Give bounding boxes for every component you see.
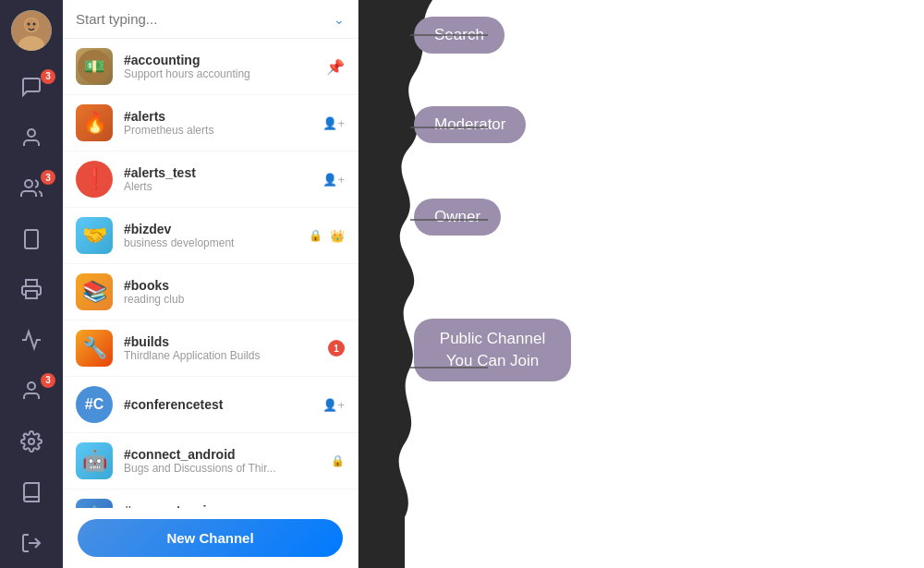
channel-name-connect-api: #connect_api (124, 503, 331, 508)
adduser-icon-alerts: 👤+ (322, 116, 345, 130)
adduser-icon-alerts-test: 👤+ (322, 173, 345, 187)
channel-info-connect-android: #connect_android Bugs and Discussions of… (124, 447, 331, 475)
sidebar-item-book[interactable] (0, 466, 63, 517)
sidebar-item-settings[interactable] (0, 417, 63, 467)
right-area: Search Moderator Owner Public Channel Yo… (359, 0, 924, 568)
channel-desc-builds: Thirdlane Application Builds (124, 349, 281, 362)
channel-item-connect-api[interactable]: 📋 #connect_api Connect API bugs and disc… (63, 489, 358, 508)
channel-info-connect-api: #connect_api Connect API bugs and discu.… (124, 503, 331, 508)
builds-badge: 1 (328, 340, 345, 357)
channel-icon-alerts-test: ❗ (76, 161, 113, 198)
search-bar: ⌄ (63, 0, 358, 39)
channel-desc-bizdev: business development (124, 236, 281, 249)
channel-name-builds: #builds (124, 334, 324, 349)
callout-search: Search (414, 17, 505, 54)
sidebar-item-phone[interactable] (0, 213, 63, 264)
svg-point-4 (28, 23, 30, 26)
channel-name-books: #books (124, 278, 345, 293)
adduser-icon-conf: 👤+ (322, 398, 345, 412)
channel-info-accounting: #accounting Support hours accounting (124, 53, 321, 80)
channel-item-alerts-test[interactable]: ❗ #alerts_test Alerts 👤+ (63, 151, 358, 208)
lock-icon-android: 🔒 (331, 454, 345, 467)
channel-info-alerts-test: #alerts_test Alerts (124, 165, 317, 193)
channel-item-builds[interactable]: 🔧 #builds Thirdlane Application Builds 1 (63, 320, 358, 377)
new-channel-button[interactable]: New Channel (78, 519, 343, 557)
channel-info-conferencetest: #conferencetest (124, 397, 317, 412)
channel-desc-alerts-test: Alerts (124, 180, 281, 193)
channel-item-conferencetest[interactable]: #C #conferencetest 👤+ (63, 377, 358, 433)
channel-icon-alerts: 🔥 (76, 104, 113, 141)
channel-info-alerts: #alerts Prometheus alerts (124, 109, 317, 137)
channel-desc-books: reading club (124, 293, 281, 306)
svg-text:💵: 💵 (84, 56, 105, 77)
channel-name-bizdev: #bizdev (124, 222, 309, 236)
channel-name-accounting: #accounting (124, 53, 321, 67)
svg-point-12 (29, 439, 34, 444)
sidebar-item-contacts[interactable] (0, 112, 63, 163)
dropdown-arrow-icon[interactable]: ⌄ (334, 12, 345, 27)
channel-icon-bizdev: 🤝 (76, 217, 113, 254)
channel-item-connect-android[interactable]: 🤖 #connect_android Bugs and Discussions … (63, 433, 358, 489)
channel-desc-connect-android: Bugs and Discussions of Thir... (124, 462, 281, 475)
channel-panel: ⌄ 💵 #accounting Support hours accounting… (63, 0, 359, 568)
messages-badge: 3 (41, 69, 55, 84)
svg-point-7 (25, 180, 32, 187)
channel-name-alerts: #alerts (124, 109, 317, 124)
channel-info-books: #books reading club (124, 278, 345, 306)
channel-name-connect-android: #connect_android (124, 447, 331, 462)
channel-item-alerts[interactable]: 🔥 #alerts Prometheus alerts 👤+ (63, 95, 358, 151)
channel-item-books[interactable]: 📚 #books reading club (63, 264, 358, 320)
sidebar-item-printer[interactable] (0, 264, 63, 315)
pin-icon: 📌 (326, 58, 345, 76)
svg-rect-10 (26, 291, 37, 298)
user-avatar[interactable] (0, 0, 63, 62)
channel-list: 💵 #accounting Support hours accounting 📌… (63, 39, 358, 508)
channel-icon-conferencetest: #C (76, 386, 113, 423)
avatar-image (11, 10, 52, 51)
channel-icon-builds: 🔧 (76, 330, 113, 367)
sidebar-item-voicemail[interactable] (0, 315, 63, 366)
lock-icon-bizdev: 🔒 (309, 229, 322, 242)
channel-name-alerts-test: #alerts_test (124, 165, 317, 180)
sidebar-item-team[interactable]: 3 (0, 163, 63, 213)
svg-point-11 (28, 382, 35, 390)
channel-icon-connect-api: 📋 (76, 499, 113, 508)
crown-icon-bizdev: 👑 (330, 229, 345, 243)
channel-item-accounting[interactable]: 💵 #accounting Support hours accounting 📌 (63, 39, 358, 95)
contacts2-badge: 3 (41, 373, 55, 388)
channel-item-bizdev[interactable]: 🤝 #bizdev business development 🔒 👑 (63, 208, 358, 264)
search-input[interactable] (76, 11, 326, 27)
channel-name-conferencetest: #conferencetest (124, 397, 317, 412)
team-badge: 3 (41, 170, 55, 185)
channel-desc-accounting: Support hours accounting (124, 67, 281, 80)
callout-moderator: Moderator (414, 106, 526, 143)
sidebar-item-messages[interactable]: 3 (0, 62, 63, 113)
sidebar-item-logout[interactable] (0, 517, 63, 568)
channel-info-bizdev: #bizdev business development (124, 222, 309, 249)
sidebar: 3 3 (0, 0, 63, 568)
svg-point-6 (28, 129, 35, 137)
channel-desc-alerts: Prometheus alerts (124, 124, 281, 137)
callout-owner: Owner (414, 199, 501, 236)
channel-icon-accounting: 💵 (76, 48, 113, 85)
channel-icon-books: 📚 (76, 273, 113, 310)
sidebar-item-contacts2[interactable]: 3 (0, 366, 63, 417)
channel-info-builds: #builds Thirdlane Application Builds (124, 334, 324, 362)
callout-public: Public Channel You Can Join (414, 319, 571, 381)
channel-icon-connect-android: 🤖 (76, 442, 113, 479)
svg-point-5 (33, 23, 36, 26)
